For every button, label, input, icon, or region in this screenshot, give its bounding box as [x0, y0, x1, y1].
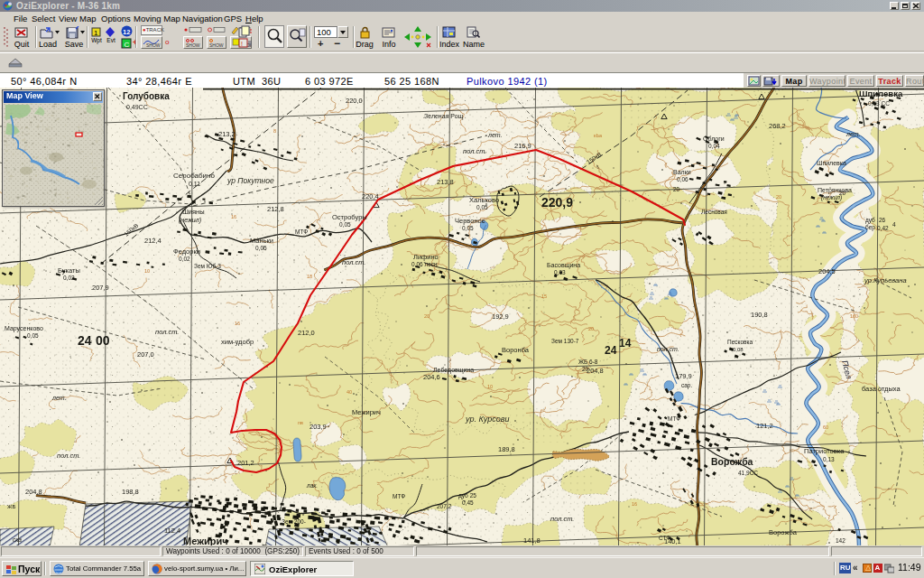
- svg-text:Федорки: Федорки: [173, 247, 200, 256]
- svg-text:0,02: 0,02: [179, 256, 190, 262]
- svg-text:213,8: 213,8: [437, 178, 454, 186]
- svg-text:Шпилевка: Шпилевка: [817, 160, 846, 166]
- svg-text:112,4: 112,4: [164, 527, 180, 535]
- svg-text:4: 4: [892, 221, 896, 228]
- svg-text:10: 10: [144, 268, 150, 274]
- svg-text:Букаты: Букаты: [58, 266, 80, 275]
- svg-text:16: 16: [235, 321, 240, 326]
- svg-text:20: 20: [588, 326, 594, 331]
- svg-text:204,8: 204,8: [25, 488, 42, 496]
- svg-text:Зеленая Рощ: Зеленая Рощ: [424, 113, 464, 120]
- svg-text:Хальково: Хальково: [469, 196, 499, 204]
- svg-text:(нежил): (нежил): [179, 217, 201, 224]
- svg-text:СТФ: СТФ: [659, 535, 670, 541]
- svg-text:00: 00: [96, 333, 110, 348]
- svg-text:192,9: 192,9: [492, 312, 509, 321]
- svg-text:пол.ст.: пол.ст.: [550, 515, 574, 523]
- svg-text:0,03: 0,03: [554, 269, 566, 275]
- svg-text:216,9: 216,9: [514, 142, 531, 150]
- svg-text:бер: бер: [865, 224, 875, 231]
- svg-text:198,8: 198,8: [122, 488, 139, 496]
- svg-text:179,9: 179,9: [675, 372, 692, 380]
- svg-text:Ворожба: Ворожба: [711, 456, 753, 467]
- svg-text:Валки: Валки: [673, 169, 691, 175]
- svg-text:20: 20: [582, 366, 589, 372]
- svg-text:0,05: 0,05: [27, 332, 39, 339]
- svg-text:0,49СС: 0,49СС: [126, 104, 148, 110]
- svg-text:20: 20: [673, 186, 680, 192]
- svg-text:16: 16: [632, 501, 637, 507]
- svg-text:0,06: 0,06: [677, 176, 688, 182]
- svg-text:8: 8: [273, 128, 276, 134]
- svg-text:пол.ст.: пол.ст.: [57, 452, 80, 460]
- svg-text:пол.ст.: пол.ст.: [155, 328, 179, 336]
- svg-text:Голубовка: Голубовка: [123, 91, 170, 101]
- svg-text:!: !: [241, 41, 243, 47]
- svg-text:ур Покутное: ур Покутное: [226, 176, 274, 185]
- svg-text:20: 20: [424, 313, 430, 319]
- svg-text:220,0: 220,0: [346, 97, 363, 105]
- svg-text:Маньки: Маньки: [250, 237, 273, 245]
- svg-text:212,8: 212,8: [267, 205, 284, 213]
- svg-text:пол.ст.: пол.ст.: [657, 346, 679, 352]
- svg-text:160: 160: [850, 313, 858, 319]
- svg-text:212,0: 212,0: [298, 329, 315, 337]
- svg-text:190,8: 190,8: [751, 311, 768, 319]
- svg-text:268,2: 268,2: [769, 122, 786, 130]
- svg-text:0,05: 0,05: [255, 245, 267, 251]
- svg-text:база отдыха: база отдыха: [862, 385, 901, 393]
- svg-text:41,9СС: 41,9СС: [738, 470, 758, 476]
- svg-text:24: 24: [78, 333, 92, 348]
- svg-text:лет.: лет.: [51, 395, 67, 401]
- svg-text:14: 14: [619, 337, 632, 350]
- svg-text:204,8: 204,8: [587, 367, 604, 375]
- svg-text:16: 16: [231, 214, 236, 219]
- svg-text:лак.: лак.: [306, 482, 318, 489]
- svg-text:1: 1: [94, 29, 98, 37]
- svg-text:189,8: 189,8: [498, 445, 515, 453]
- svg-text:лет.: лет.: [487, 132, 503, 138]
- svg-text:121,2: 121,2: [756, 422, 773, 430]
- svg-text:0,05: 0,05: [339, 221, 351, 228]
- svg-text:220,4: 220,4: [362, 192, 379, 200]
- svg-text:ЖБ: ЖБ: [7, 504, 16, 509]
- svg-text:0,42: 0,42: [877, 225, 889, 231]
- svg-text:Песковка: Песковка: [727, 339, 753, 345]
- svg-text:Остробуры: Остробуры: [332, 213, 367, 221]
- svg-text:хим-удобр: хим-удобр: [221, 338, 254, 346]
- svg-text:207,9: 207,9: [92, 284, 109, 292]
- svg-text:0,63 СС: 0,63 СС: [868, 100, 890, 107]
- svg-text:Зем 130-7: Зем 130-7: [551, 338, 579, 344]
- svg-text:пв: пв: [298, 420, 303, 425]
- svg-text:12: 12: [123, 28, 130, 36]
- svg-text:Серобабино: Серобабино: [173, 172, 215, 180]
- svg-text:0,13: 0,13: [823, 456, 835, 462]
- svg-text:Шпилевка: Шпилевка: [859, 89, 903, 98]
- svg-text:Воронба: Воронба: [502, 346, 530, 354]
- svg-text:60: 60: [823, 424, 828, 430]
- svg-text:Ворожба: Ворожба: [769, 528, 798, 536]
- svg-text:кЬа: кЬа: [594, 133, 603, 138]
- svg-text:пол.ст.: пол.ст.: [463, 147, 486, 155]
- svg-text:дуб 25: дуб 25: [458, 492, 476, 499]
- svg-text:ЖБ 6-8: ЖБ 6-8: [578, 359, 598, 365]
- svg-text:0,08: 0,08: [733, 347, 744, 352]
- svg-text:0,05: 0,05: [476, 204, 488, 210]
- svg-text:204,6: 204,6: [423, 373, 440, 381]
- svg-text:Зем Юб-3: Зем Юб-3: [194, 263, 221, 269]
- svg-text:204,5: 204,5: [818, 267, 836, 275]
- svg-text:C: C: [125, 41, 130, 49]
- svg-text:0,11: 0,11: [189, 181, 200, 187]
- svg-text:Шияны: Шияны: [182, 208, 205, 216]
- svg-text:МТФ: МТФ: [295, 228, 308, 235]
- svg-text:220,9: 220,9: [541, 195, 573, 210]
- svg-text:Басовщина: Басовщина: [547, 262, 580, 269]
- svg-text:15: 15: [541, 294, 547, 299]
- svg-text:SHOW: SHOW: [146, 42, 161, 48]
- svg-text:213,2: 213,2: [218, 130, 236, 138]
- svg-text:Червоное: Червоное: [455, 217, 485, 225]
- svg-text:сар.: сар.: [681, 382, 692, 389]
- svg-text:лет.: лет.: [845, 131, 861, 137]
- svg-text:0,02: 0,02: [63, 275, 75, 281]
- svg-text:207,2: 207,2: [437, 503, 452, 509]
